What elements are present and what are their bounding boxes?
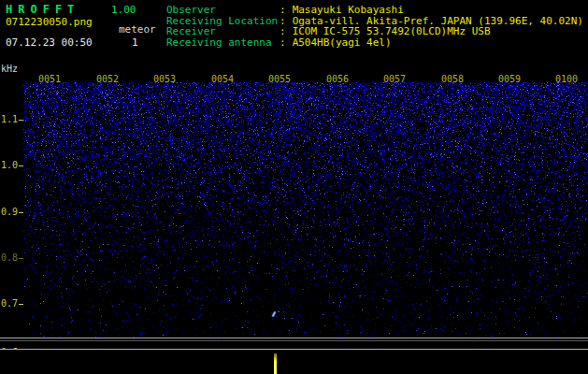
freq-tick-label: 0.9 (0, 207, 18, 217)
info-row: Observer:Masayuki Kobayashi (166, 5, 583, 16)
info-label: Receiver (166, 26, 280, 37)
observation-datetime: 07.12.23 00:50 (6, 36, 93, 49)
output-filename: 0712230050.png (6, 16, 93, 28)
khz-axis-label: kHz (1, 64, 18, 74)
signal-level-strip (0, 350, 588, 374)
app-title: HROFFT (6, 3, 79, 16)
spectrogram-canvas (23, 82, 588, 338)
app-version: 1.00 (111, 4, 136, 16)
channel-number: 1 (132, 36, 138, 49)
freq-tick-label: 0.7 (0, 298, 18, 309)
station-info: Observer:Masayuki Kobayashi Receiving Lo… (166, 5, 583, 48)
separator-line (0, 340, 588, 341)
freq-tick-label: 1.0 (0, 160, 18, 170)
freq-tick-label: 1.1 (0, 114, 18, 124)
info-label: Observer (166, 5, 280, 16)
info-label: Receiving antenna (166, 37, 280, 49)
info-row: Receiving antenna:A504HB(yagi 4el) (166, 37, 583, 49)
info-value: A504HB(yagi 4el) (286, 36, 392, 49)
mode-label: meteor (119, 23, 156, 36)
separator-line (0, 338, 588, 338)
hrofft-output: HROFFT 1.00 0712230050.png meteor 07.12.… (0, 0, 588, 374)
signal-spike (274, 353, 277, 374)
info-separator: : (280, 36, 286, 49)
freq-tick-label: 0.8 (0, 252, 18, 263)
info-row: Receiver:ICOM IC-575 53.7492(0LCD)MHz US… (166, 26, 583, 37)
